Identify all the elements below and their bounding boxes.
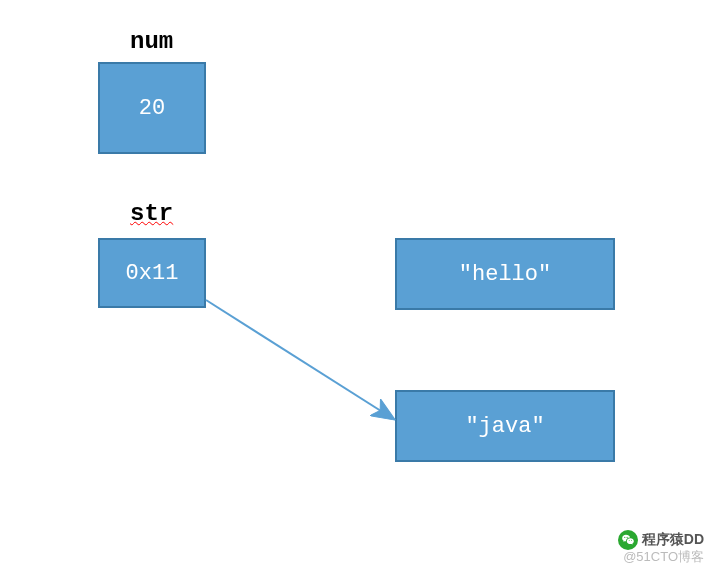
str-label: str	[130, 200, 173, 227]
java-value: "java"	[465, 414, 544, 439]
num-value: 20	[139, 96, 165, 121]
java-box: "java"	[395, 390, 615, 462]
str-label-text: str	[130, 200, 173, 227]
watermark: 程序猿DD @51CTO博客	[618, 530, 704, 564]
str-addr-box: 0x11	[98, 238, 206, 308]
watermark-main: 程序猿DD	[642, 532, 704, 547]
svg-line-0	[206, 300, 392, 418]
hello-value: "hello"	[459, 262, 551, 287]
num-label: num	[130, 28, 173, 55]
wechat-icon	[618, 530, 638, 550]
watermark-sub: @51CTO博客	[618, 550, 704, 564]
str-addr: 0x11	[126, 261, 179, 286]
num-value-box: 20	[98, 62, 206, 154]
hello-box: "hello"	[395, 238, 615, 310]
